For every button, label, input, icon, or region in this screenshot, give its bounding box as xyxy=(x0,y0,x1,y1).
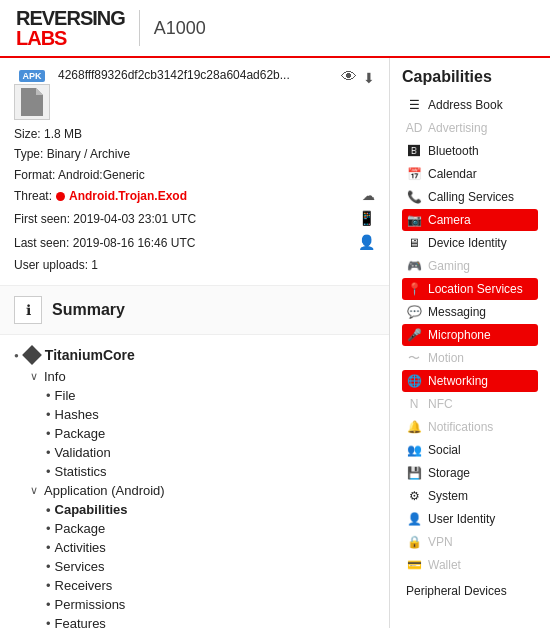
tree-leaf-info[interactable]: Package xyxy=(30,424,375,443)
main-layout: APK 4268fff89326df2cb3142f19c28a604ad62b… xyxy=(0,58,550,628)
capability-item[interactable]: 〜Motion xyxy=(402,347,538,369)
capability-item[interactable]: 💳Wallet xyxy=(402,554,538,576)
tree-leaf-app[interactable]: Capabilities xyxy=(30,500,375,519)
tree-leaf-app[interactable]: Features xyxy=(30,614,375,628)
capability-item[interactable]: 🅱Bluetooth xyxy=(402,140,538,162)
capability-icon: 📍 xyxy=(406,281,422,297)
tree-leaf-info[interactable]: Hashes xyxy=(30,405,375,424)
capability-icon: 👥 xyxy=(406,442,422,458)
capability-icon: 〜 xyxy=(406,350,422,366)
capability-item[interactable]: 📷Camera xyxy=(402,209,538,231)
info-icon: ℹ xyxy=(26,302,31,318)
capability-item[interactable]: 👥Social xyxy=(402,439,538,461)
file-format: Format: Android:Generic xyxy=(14,165,375,185)
capability-item[interactable]: ☰Address Book xyxy=(402,94,538,116)
capability-item[interactable]: ⚙System xyxy=(402,485,538,507)
capability-label: User Identity xyxy=(428,512,495,526)
capability-item[interactable]: 🎤Microphone xyxy=(402,324,538,346)
capability-icon: 🅱 xyxy=(406,143,422,159)
capability-item[interactable]: 📍Location Services xyxy=(402,278,538,300)
threat-row: Threat: Android.Trojan.Exod ☁ xyxy=(14,185,375,207)
capability-item[interactable]: 👤User Identity xyxy=(402,508,538,530)
capability-label: Location Services xyxy=(428,282,523,296)
capability-label: VPN xyxy=(428,535,453,549)
capability-item[interactable]: 💾Storage xyxy=(402,462,538,484)
last-seen: Last seen: 2019-08-16 16:46 UTC xyxy=(14,233,195,253)
file-header: APK 4268fff89326df2cb3142f19c28a604ad62b… xyxy=(14,68,375,120)
capability-label: Calendar xyxy=(428,167,477,181)
first-seen: First seen: 2019-04-03 23:01 UTC xyxy=(14,209,196,229)
capability-label: Advertising xyxy=(428,121,487,135)
capability-label: Networking xyxy=(428,374,488,388)
threat-label: Threat: xyxy=(14,186,52,206)
eye-icon[interactable]: 👁 xyxy=(341,68,357,86)
file-header-left: APK 4268fff89326df2cb3142f19c28a604ad62b… xyxy=(14,68,290,120)
capability-item[interactable]: 💬Messaging xyxy=(402,301,538,323)
capability-item[interactable]: 📞Calling Services xyxy=(402,186,538,208)
capability-icon: 📞 xyxy=(406,189,422,205)
tree-leaf-app[interactable]: Activities xyxy=(30,538,375,557)
capability-item[interactable]: ADAdvertising xyxy=(402,117,538,139)
tree-leaf-info[interactable]: File xyxy=(30,386,375,405)
peripheral-devices: Peripheral Devices xyxy=(402,582,538,600)
user-icon: 👤 xyxy=(358,231,375,255)
capability-label: Camera xyxy=(428,213,471,227)
capability-item[interactable]: 🌐Networking xyxy=(402,370,538,392)
summary-icon: ℹ xyxy=(14,296,42,324)
app-collapse[interactable]: ∨ xyxy=(30,484,38,497)
tree-leaf-info[interactable]: Validation xyxy=(30,443,375,462)
capability-icon: 📷 xyxy=(406,212,422,228)
tree-root-row: ● TitaniumCore xyxy=(14,343,375,367)
capability-icon: 🖥 xyxy=(406,235,422,251)
capability-label: NFC xyxy=(428,397,453,411)
capability-label: Microphone xyxy=(428,328,491,342)
logo-top: REVERSING xyxy=(16,8,125,28)
capability-icon: 🔔 xyxy=(406,419,422,435)
capability-label: Bluetooth xyxy=(428,144,479,158)
logo: REVERSING LABS xyxy=(16,8,125,48)
capability-item[interactable]: 📅Calendar xyxy=(402,163,538,185)
tree-leaf-app[interactable]: Receivers xyxy=(30,576,375,595)
capability-item[interactable]: 🔔Notifications xyxy=(402,416,538,438)
capability-icon: ☰ xyxy=(406,97,422,113)
capability-label: Calling Services xyxy=(428,190,514,204)
info-collapse[interactable]: ∨ xyxy=(30,370,38,383)
header-title: A1000 xyxy=(154,18,206,39)
capabilities-list: ☰Address BookADAdvertising🅱Bluetooth📅Cal… xyxy=(402,94,538,576)
app-items: CapabilitiesPackageActivitiesServicesRec… xyxy=(30,500,375,628)
capability-label: Motion xyxy=(428,351,464,365)
file-type: Type: Binary / Archive xyxy=(14,144,375,164)
capability-icon: 🌐 xyxy=(406,373,422,389)
capability-item[interactable]: 🎮Gaming xyxy=(402,255,538,277)
last-seen-row: Last seen: 2019-08-16 16:46 UTC 👤 xyxy=(14,231,375,255)
capability-icon: 💾 xyxy=(406,465,422,481)
apk-badge: APK xyxy=(19,70,44,82)
device-icon: 📱 xyxy=(358,207,375,231)
first-seen-row: First seen: 2019-04-03 23:01 UTC 📱 xyxy=(14,207,375,231)
capability-icon: N xyxy=(406,396,422,412)
file-info-section: APK 4268fff89326df2cb3142f19c28a604ad62b… xyxy=(0,58,389,286)
file-meta: Size: 1.8 MB Type: Binary / Archive Form… xyxy=(14,124,375,275)
threat-name: Android.Trojan.Exod xyxy=(69,186,187,206)
capabilities-title: Capabilities xyxy=(402,68,538,86)
tree-leaf-app[interactable]: Services xyxy=(30,557,375,576)
capability-item[interactable]: 🔒VPN xyxy=(402,531,538,553)
tree-bullet: ● xyxy=(14,351,19,360)
capability-icon: 💳 xyxy=(406,557,422,573)
capability-item[interactable]: NNFC xyxy=(402,393,538,415)
threat-dot xyxy=(56,192,65,201)
tree-leaf-info[interactable]: Statistics xyxy=(30,462,375,481)
capability-item[interactable]: 🖥Device Identity xyxy=(402,232,538,254)
download-icon[interactable]: ⬇ xyxy=(363,70,375,86)
summary-label: Summary xyxy=(52,301,125,319)
capability-icon: 👤 xyxy=(406,511,422,527)
tree-leaf-app[interactable]: Package xyxy=(30,519,375,538)
user-uploads: User uploads: 1 xyxy=(14,255,375,275)
tree-info-section: ∨ Info FileHashesPackageValidationStatis… xyxy=(30,367,375,628)
capability-label: Address Book xyxy=(428,98,503,112)
tree-leaf-app[interactable]: Permissions xyxy=(30,595,375,614)
info-items: FileHashesPackageValidationStatistics xyxy=(30,386,375,481)
capability-label: Social xyxy=(428,443,461,457)
capability-icon: 📅 xyxy=(406,166,422,182)
tree-root-label: TitaniumCore xyxy=(45,347,135,363)
